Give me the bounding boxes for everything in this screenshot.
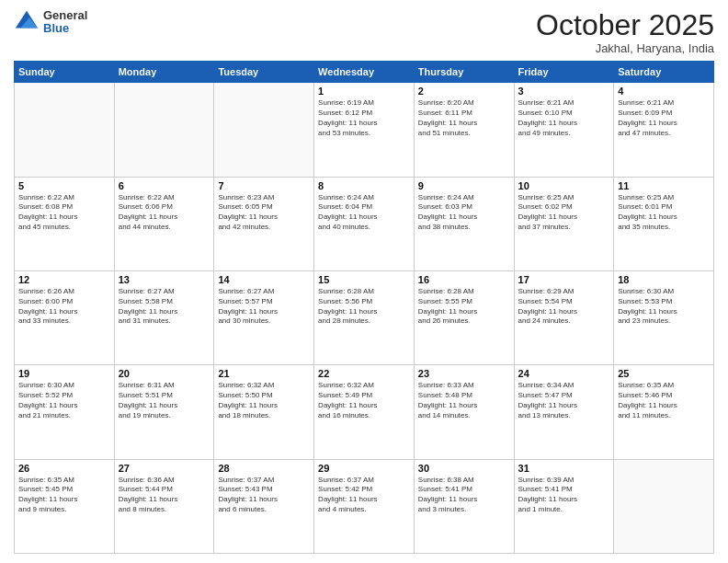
day-info: Sunrise: 6:19 AM Sunset: 6:12 PM Dayligh… [318,98,410,138]
week-row-4: 26Sunrise: 6:35 AM Sunset: 5:45 PM Dayli… [15,459,714,553]
col-thursday: Thursday [414,62,514,83]
col-wednesday: Wednesday [314,62,415,83]
week-row-1: 5Sunrise: 6:22 AM Sunset: 6:08 PM Daylig… [15,177,714,270]
day-info: Sunrise: 6:34 AM Sunset: 5:47 PM Dayligh… [518,381,610,420]
day-number: 29 [318,463,410,474]
day-cell: 6Sunrise: 6:22 AM Sunset: 6:06 PM Daylig… [114,177,214,270]
day-number: 4 [618,86,710,97]
day-cell: 5Sunrise: 6:22 AM Sunset: 6:08 PM Daylig… [15,177,115,270]
day-info: Sunrise: 6:38 AM Sunset: 5:41 PM Dayligh… [418,476,510,515]
col-saturday: Saturday [614,62,714,83]
day-info: Sunrise: 6:32 AM Sunset: 5:50 PM Dayligh… [218,381,310,420]
day-info: Sunrise: 6:22 AM Sunset: 6:08 PM Dayligh… [18,193,110,233]
day-cell [214,83,314,177]
day-info: Sunrise: 6:37 AM Sunset: 5:43 PM Dayligh… [218,476,310,515]
day-info: Sunrise: 6:30 AM Sunset: 5:52 PM Dayligh… [18,381,110,420]
header: General Blue October 2025 Jakhal, Haryan… [14,9,714,55]
day-number: 26 [18,463,110,474]
day-info: Sunrise: 6:23 AM Sunset: 6:05 PM Dayligh… [218,193,310,233]
day-cell: 10Sunrise: 6:25 AM Sunset: 6:02 PM Dayli… [514,177,614,270]
day-cell: 18Sunrise: 6:30 AM Sunset: 5:53 PM Dayli… [614,270,714,364]
day-info: Sunrise: 6:24 AM Sunset: 6:03 PM Dayligh… [418,193,510,233]
day-number: 7 [218,180,310,191]
col-monday: Monday [114,62,214,83]
day-cell: 25Sunrise: 6:35 AM Sunset: 5:46 PM Dayli… [614,365,714,459]
day-info: Sunrise: 6:27 AM Sunset: 5:58 PM Dayligh… [119,287,210,327]
day-number: 22 [318,368,410,379]
location: Jakhal, Haryana, India [536,41,714,55]
day-info: Sunrise: 6:37 AM Sunset: 5:42 PM Dayligh… [318,476,410,515]
day-info: Sunrise: 6:33 AM Sunset: 5:48 PM Dayligh… [418,381,510,420]
day-cell: 17Sunrise: 6:29 AM Sunset: 5:54 PM Dayli… [514,270,614,364]
day-number: 2 [418,86,510,97]
day-cell: 23Sunrise: 6:33 AM Sunset: 5:48 PM Dayli… [414,365,514,459]
day-info: Sunrise: 6:28 AM Sunset: 5:56 PM Dayligh… [318,287,410,327]
day-number: 31 [518,463,610,474]
day-cell [614,459,714,553]
col-tuesday: Tuesday [214,62,314,83]
day-number: 28 [218,463,310,474]
day-cell: 19Sunrise: 6:30 AM Sunset: 5:52 PM Dayli… [15,365,115,459]
day-cell [114,83,214,177]
logo-blue: Blue [43,22,87,35]
day-info: Sunrise: 6:35 AM Sunset: 5:45 PM Dayligh… [18,476,110,515]
day-cell: 20Sunrise: 6:31 AM Sunset: 5:51 PM Dayli… [114,365,214,459]
day-info: Sunrise: 6:36 AM Sunset: 5:44 PM Dayligh… [119,476,210,515]
day-number: 8 [318,180,410,191]
logo-icon [14,9,40,35]
month-title: October 2025 [536,9,714,41]
day-number: 6 [119,180,210,191]
day-cell [15,83,115,177]
day-info: Sunrise: 6:31 AM Sunset: 5:51 PM Dayligh… [119,381,210,420]
day-cell: 1Sunrise: 6:19 AM Sunset: 6:12 PM Daylig… [314,83,415,177]
day-number: 20 [119,368,210,379]
day-cell: 12Sunrise: 6:26 AM Sunset: 6:00 PM Dayli… [15,270,115,364]
day-info: Sunrise: 6:22 AM Sunset: 6:06 PM Dayligh… [119,193,210,233]
day-number: 30 [418,463,510,474]
day-number: 21 [218,368,310,379]
day-number: 15 [318,274,410,285]
col-sunday: Sunday [15,62,115,83]
day-number: 12 [18,274,110,285]
day-number: 5 [18,180,110,191]
day-number: 18 [618,274,710,285]
day-info: Sunrise: 6:30 AM Sunset: 5:53 PM Dayligh… [618,287,710,327]
day-cell: 30Sunrise: 6:38 AM Sunset: 5:41 PM Dayli… [414,459,514,553]
logo-general: General [43,9,87,22]
day-cell: 7Sunrise: 6:23 AM Sunset: 6:05 PM Daylig… [214,177,314,270]
day-number: 1 [318,86,410,97]
day-number: 10 [518,180,610,191]
day-info: Sunrise: 6:26 AM Sunset: 6:00 PM Dayligh… [18,287,110,327]
day-info: Sunrise: 6:35 AM Sunset: 5:46 PM Dayligh… [618,381,710,420]
day-number: 3 [518,86,610,97]
day-info: Sunrise: 6:21 AM Sunset: 6:10 PM Dayligh… [518,98,610,138]
day-cell: 24Sunrise: 6:34 AM Sunset: 5:47 PM Dayli… [514,365,614,459]
logo: General Blue [14,9,87,36]
day-cell: 4Sunrise: 6:21 AM Sunset: 6:09 PM Daylig… [614,83,714,177]
day-number: 24 [518,368,610,379]
day-info: Sunrise: 6:39 AM Sunset: 5:41 PM Dayligh… [518,476,610,515]
day-number: 19 [18,368,110,379]
day-cell: 13Sunrise: 6:27 AM Sunset: 5:58 PM Dayli… [114,270,214,364]
day-cell: 29Sunrise: 6:37 AM Sunset: 5:42 PM Dayli… [314,459,415,553]
day-cell: 9Sunrise: 6:24 AM Sunset: 6:03 PM Daylig… [414,177,514,270]
week-row-2: 12Sunrise: 6:26 AM Sunset: 6:00 PM Dayli… [15,270,714,364]
day-cell: 16Sunrise: 6:28 AM Sunset: 5:55 PM Dayli… [414,270,514,364]
day-cell: 31Sunrise: 6:39 AM Sunset: 5:41 PM Dayli… [514,459,614,553]
day-number: 11 [618,180,710,191]
day-info: Sunrise: 6:29 AM Sunset: 5:54 PM Dayligh… [518,287,610,327]
day-cell: 14Sunrise: 6:27 AM Sunset: 5:57 PM Dayli… [214,270,314,364]
day-number: 25 [618,368,710,379]
day-cell: 3Sunrise: 6:21 AM Sunset: 6:10 PM Daylig… [514,83,614,177]
day-info: Sunrise: 6:24 AM Sunset: 6:04 PM Dayligh… [318,193,410,233]
week-row-0: 1Sunrise: 6:19 AM Sunset: 6:12 PM Daylig… [15,83,714,177]
day-info: Sunrise: 6:21 AM Sunset: 6:09 PM Dayligh… [618,98,710,138]
day-cell: 27Sunrise: 6:36 AM Sunset: 5:44 PM Dayli… [114,459,214,553]
day-number: 16 [418,274,510,285]
day-cell: 8Sunrise: 6:24 AM Sunset: 6:04 PM Daylig… [314,177,415,270]
day-cell: 2Sunrise: 6:20 AM Sunset: 6:11 PM Daylig… [414,83,514,177]
day-info: Sunrise: 6:28 AM Sunset: 5:55 PM Dayligh… [418,287,510,327]
day-number: 23 [418,368,510,379]
day-cell: 15Sunrise: 6:28 AM Sunset: 5:56 PM Dayli… [314,270,415,364]
logo-text: General Blue [43,9,87,36]
